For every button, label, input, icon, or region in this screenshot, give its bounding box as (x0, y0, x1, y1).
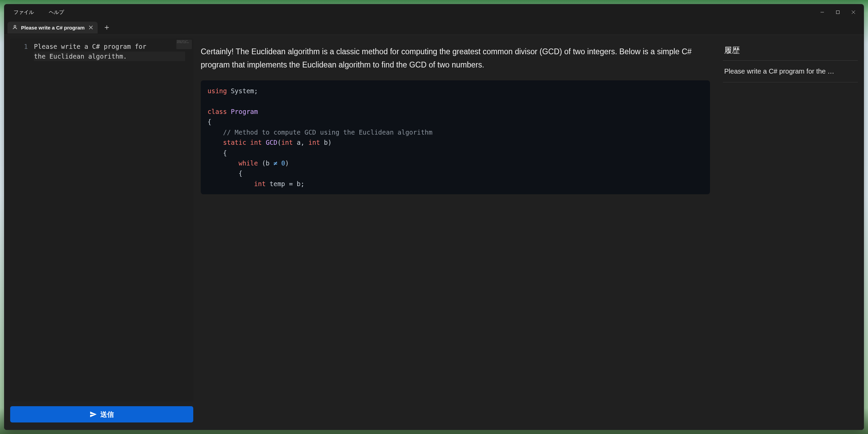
window-controls (814, 7, 861, 18)
code-token: a, (293, 139, 309, 146)
editor-gutter: 1 (10, 38, 34, 401)
editor-line: Please write a C# program for (34, 42, 185, 52)
code-token: 0 (277, 159, 285, 167)
close-icon (89, 25, 93, 29)
svg-rect-1 (836, 11, 840, 14)
code-token: while (239, 159, 258, 167)
code-token: { (208, 118, 211, 125)
code-token: // Method to compute GCD using the Eucli… (223, 129, 433, 136)
code-token: ( (277, 139, 281, 146)
content-area: 1 Please write a C# program forthe Eucli… (4, 35, 864, 430)
send-button[interactable]: 送信 (10, 406, 193, 422)
history-title: 履歴 (723, 40, 858, 61)
editor-minimap[interactable]: Please write a C# program for the Euclid… (176, 40, 192, 49)
code-token: int (254, 180, 265, 188)
code-token: GCD (266, 139, 277, 146)
editor-content[interactable]: Please write a C# program forthe Euclide… (34, 38, 189, 401)
code-token: static (223, 139, 246, 146)
tab-close-button[interactable] (88, 25, 94, 30)
tab-bar: Please write a C# program (4, 20, 864, 35)
menu-file[interactable]: ファイル (11, 7, 37, 18)
prompt-editor[interactable]: 1 Please write a C# program forthe Eucli… (10, 38, 193, 401)
history-item[interactable]: Please write a C# program for the … (723, 61, 858, 82)
code-token: b) (320, 139, 332, 146)
left-panel: 1 Please write a C# program forthe Eucli… (10, 38, 193, 422)
editor-scrollbar[interactable] (189, 38, 193, 401)
code-token: int (250, 139, 262, 146)
code-token: { (239, 170, 242, 177)
minimize-button[interactable] (814, 7, 830, 18)
code-token: using (208, 87, 227, 95)
titlebar: ファイル ヘルプ (4, 4, 864, 20)
response-panel: Certainly! The Euclidean algorithm is a … (201, 38, 715, 422)
menu-bar: ファイル ヘルプ (11, 7, 67, 18)
code-token: int (309, 139, 320, 146)
response-content: Certainly! The Euclidean algorithm is a … (201, 38, 715, 422)
code-token: ) (285, 159, 289, 167)
send-label: 送信 (100, 410, 114, 419)
maximize-icon (836, 10, 840, 14)
tab-active[interactable]: Please write a C# program (7, 22, 98, 34)
svg-point-4 (14, 25, 16, 27)
plus-icon (104, 25, 109, 30)
code-token: temp = b; (266, 180, 304, 188)
code-token: ≠ (273, 159, 277, 167)
send-icon (90, 411, 97, 418)
code-token: System (231, 87, 254, 95)
user-icon (12, 24, 18, 31)
maximize-button[interactable] (830, 7, 846, 18)
code-token: Program (231, 108, 258, 115)
tab-title: Please write a C# program (21, 25, 85, 31)
menu-help[interactable]: ヘルプ (46, 7, 67, 18)
code-token: class (208, 108, 227, 115)
code-token: (b (258, 159, 274, 167)
editor-line: the Euclidean algorithm. (34, 52, 185, 61)
code-token: int (281, 139, 293, 146)
history-panel: 履歴 Please write a C# program for the … (723, 38, 858, 422)
response-codeblock: using System; class Program { // Method … (201, 80, 710, 194)
close-button[interactable] (846, 7, 861, 18)
new-tab-button[interactable] (101, 22, 113, 33)
minimize-icon (820, 10, 824, 14)
close-icon (851, 10, 855, 14)
response-text: Certainly! The Euclidean algorithm is a … (201, 45, 710, 72)
app-window: ファイル ヘルプ Please write a C# program (4, 4, 864, 430)
code-token: { (223, 149, 227, 157)
